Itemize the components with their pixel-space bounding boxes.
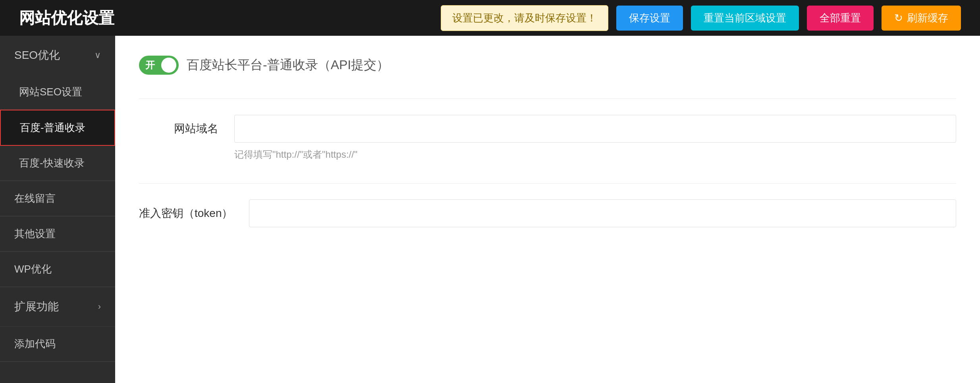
- sidebar-item-message-label: 在线留言: [14, 192, 56, 204]
- sidebar-item-seo-settings[interactable]: 网站SEO设置: [0, 75, 115, 110]
- sidebar-section-message: 在线留言: [0, 181, 115, 217]
- sidebar-section-wp: WP优化: [0, 252, 115, 287]
- sidebar-item-addcode-label: 添加代码: [14, 338, 56, 350]
- sidebar-item-seo-settings-label: 网站SEO设置: [19, 86, 82, 98]
- notice-banner: 设置已更改，请及时保存设置！: [441, 5, 608, 31]
- sidebar-section-seo-label: SEO优化: [14, 48, 60, 63]
- sidebar-section-seo-header[interactable]: SEO优化 ∨: [0, 36, 115, 75]
- refresh-button[interactable]: ↻ 刷新缓存: [882, 6, 961, 31]
- section-title: 百度站长平台-普通收录（API提交）: [187, 56, 389, 74]
- sidebar-section-other: 其他设置: [0, 217, 115, 252]
- domain-label: 网站域名: [139, 115, 218, 136]
- enable-toggle[interactable]: 开: [139, 56, 179, 75]
- sidebar-item-addcode[interactable]: 添加代码: [0, 327, 115, 362]
- toggle-row: 开 百度站长平台-普通收录（API提交）: [139, 56, 956, 75]
- sidebar-item-baidu-fast-label: 百度-快速收录: [19, 157, 85, 169]
- toggle-knob: [161, 58, 176, 73]
- sidebar-item-baidu-normal-label: 百度-普通收录: [20, 122, 85, 133]
- sidebar-section-extend-label: 扩展功能: [14, 299, 59, 314]
- sidebar-section-seo: SEO优化 ∨ 网站SEO设置 百度-普通收录 百度-快速收录: [0, 36, 115, 181]
- chevron-down-icon: ∨: [95, 50, 101, 60]
- layout: SEO优化 ∨ 网站SEO设置 百度-普通收录 百度-快速收录 在线留言 其他设…: [0, 36, 980, 383]
- domain-hint: 记得填写"http://"或者"https://": [234, 148, 956, 161]
- sidebar-item-wp[interactable]: WP优化: [0, 252, 115, 287]
- domain-input[interactable]: [234, 115, 956, 143]
- divider-2: [139, 183, 956, 184]
- sidebar-section-extend-header[interactable]: 扩展功能 ›: [0, 287, 115, 326]
- sidebar-item-wp-label: WP优化: [14, 263, 52, 275]
- main-content: 开 百度站长平台-普通收录（API提交） 网站域名 记得填写"http://"或…: [115, 36, 980, 383]
- sidebar-section-addcode: 添加代码: [0, 327, 115, 362]
- divider-1: [139, 99, 956, 99]
- sidebar: SEO优化 ∨ 网站SEO设置 百度-普通收录 百度-快速收录 在线留言 其他设…: [0, 36, 115, 383]
- reset-all-button[interactable]: 全部重置: [807, 6, 874, 31]
- token-input[interactable]: [249, 199, 957, 227]
- refresh-label: 刷新缓存: [907, 11, 948, 25]
- domain-input-wrap: 记得填写"http://"或者"https://": [234, 115, 956, 161]
- token-input-wrap: [249, 199, 957, 227]
- sidebar-item-message[interactable]: 在线留言: [0, 181, 115, 216]
- sidebar-item-other[interactable]: 其他设置: [0, 217, 115, 251]
- reset-area-button[interactable]: 重置当前区域设置: [691, 6, 799, 31]
- token-label: 准入密钥（token）: [139, 199, 233, 221]
- sidebar-section-extend: 扩展功能 ›: [0, 287, 115, 327]
- header-actions: 设置已更改，请及时保存设置！ 保存设置 重置当前区域设置 全部重置 ↻ 刷新缓存: [441, 5, 961, 31]
- toggle-on-label: 开: [141, 59, 155, 72]
- sidebar-item-baidu-fast[interactable]: 百度-快速收录: [0, 146, 115, 181]
- chevron-right-icon: ›: [98, 302, 101, 312]
- token-form-group: 准入密钥（token）: [139, 199, 956, 227]
- save-button[interactable]: 保存设置: [616, 6, 683, 31]
- sidebar-item-other-label: 其他设置: [14, 228, 56, 240]
- sidebar-item-baidu-normal[interactable]: 百度-普通收录: [0, 110, 115, 146]
- page-title: 网站优化设置: [19, 7, 114, 29]
- domain-form-group: 网站域名 记得填写"http://"或者"https://": [139, 115, 956, 161]
- refresh-icon: ↻: [894, 12, 903, 24]
- header: 网站优化设置 设置已更改，请及时保存设置！ 保存设置 重置当前区域设置 全部重置…: [0, 0, 980, 36]
